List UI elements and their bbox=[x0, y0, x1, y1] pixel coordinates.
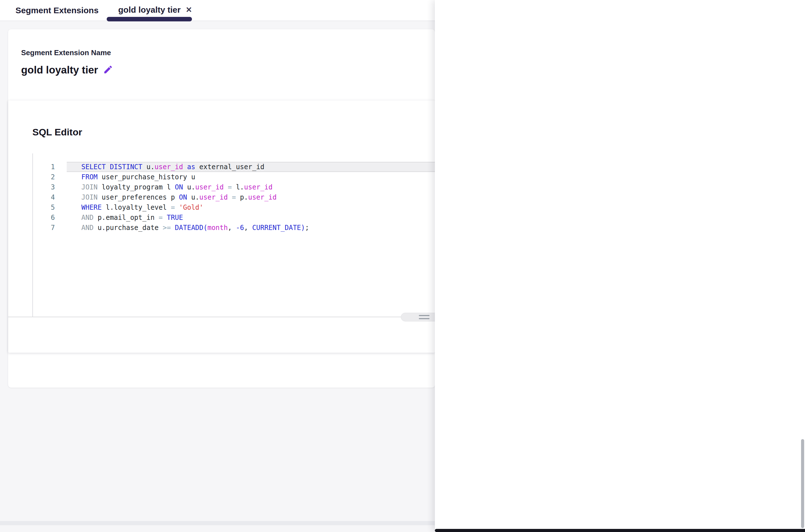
segment-extension-name-row: gold loyalty tier bbox=[21, 64, 113, 76]
sql-token: user_purchase_history u bbox=[98, 173, 195, 181]
editor-divider bbox=[8, 317, 435, 317]
sql-token: = bbox=[171, 204, 175, 211]
segment-extension-name-value: gold loyalty tier bbox=[21, 64, 98, 76]
sql-token: u.purchase_date bbox=[93, 224, 163, 232]
sql-token: loyalty_program l bbox=[98, 183, 175, 191]
sql-token bbox=[183, 163, 187, 171]
sql-token: user_preferences p bbox=[98, 193, 179, 201]
sql-token: DATEADD bbox=[171, 224, 204, 232]
code-line-text: AND u.purchase_date >= DATEADD(month, -6… bbox=[67, 223, 435, 233]
line-number: 6 bbox=[33, 214, 67, 222]
sql-token: user_id bbox=[155, 163, 183, 171]
sql-token: = bbox=[228, 193, 240, 201]
edit-pencil-icon[interactable] bbox=[103, 64, 113, 76]
sql-token: 'Gold' bbox=[175, 204, 203, 211]
sql-token: as bbox=[187, 163, 195, 171]
sql-token: ; bbox=[305, 224, 309, 232]
code-line-text: SELECT DISTINCT u.user_id as external_us… bbox=[67, 162, 435, 172]
sql-token: DISTINCT bbox=[110, 163, 142, 171]
sql-token: u. bbox=[187, 193, 199, 201]
sql-token: , bbox=[228, 224, 236, 232]
line-number: 2 bbox=[33, 173, 67, 181]
sql-code-editor[interactable]: 1SELECT DISTINCT u.user_id as external_u… bbox=[32, 153, 435, 317]
sql-token: FROM bbox=[81, 173, 98, 181]
sql-token: , bbox=[244, 224, 252, 232]
line-number: 1 bbox=[33, 163, 67, 171]
code-line[interactable]: 2FROM user_purchase_history u bbox=[33, 172, 435, 182]
code-line[interactable]: 6AND p.email_opt_in = TRUE bbox=[33, 212, 435, 223]
active-tab-underline bbox=[107, 17, 192, 21]
code-line-text: FROM user_purchase_history u bbox=[67, 172, 435, 182]
sql-token: user_id bbox=[199, 193, 228, 201]
sql-token: ) bbox=[301, 224, 305, 232]
code-line[interactable]: 5WHERE l.loyalty_level = 'Gold' bbox=[33, 203, 435, 212]
sql-token: SELECT bbox=[81, 163, 106, 171]
line-number: 5 bbox=[33, 204, 67, 211]
sql-token: WHERE bbox=[81, 204, 102, 211]
sql-token: JOIN bbox=[81, 183, 98, 191]
sql-token bbox=[106, 163, 110, 171]
panel-vertical-scrollbar[interactable] bbox=[801, 439, 804, 528]
code-line-text: JOIN user_preferences p ON u.user_id = p… bbox=[67, 192, 435, 203]
code-line-text: AND p.email_opt_in = TRUE bbox=[67, 212, 435, 223]
sql-token: AND bbox=[81, 224, 93, 232]
sql-token: month bbox=[208, 224, 228, 232]
sql-token: u. bbox=[142, 163, 155, 171]
line-number: 3 bbox=[33, 183, 67, 191]
sql-token: ON bbox=[175, 183, 183, 191]
sql-token: -6 bbox=[236, 224, 244, 232]
sql-token: user_id bbox=[248, 193, 276, 201]
sql-token: l.loyalty_level bbox=[102, 204, 171, 211]
grip-line bbox=[419, 315, 429, 316]
tab-close-icon[interactable]: ✕ bbox=[186, 5, 192, 14]
sql-token: external_user_id bbox=[195, 163, 265, 171]
sql-token: ( bbox=[204, 224, 208, 232]
code-line[interactable]: 1SELECT DISTINCT u.user_id as external_u… bbox=[33, 162, 435, 172]
sql-token: p.email_opt_in bbox=[93, 214, 158, 222]
sql-token: AND bbox=[81, 214, 93, 222]
code-line-text: JOIN loyalty_program l ON u.user_id = l.… bbox=[67, 182, 435, 192]
segment-extension-name-label: Segment Extension Name bbox=[21, 49, 111, 57]
code-line-text: WHERE l.loyalty_level = 'Gold' bbox=[67, 203, 435, 212]
grip-line bbox=[419, 318, 429, 319]
sql-token: = bbox=[159, 214, 163, 222]
sql-token: TRUE bbox=[163, 214, 183, 222]
line-number: 4 bbox=[33, 193, 67, 201]
tab-active-label: gold loyalty tier bbox=[118, 5, 181, 15]
code-line[interactable]: 3JOIN loyalty_program l ON u.user_id = l… bbox=[33, 182, 435, 192]
line-number: 7 bbox=[33, 224, 67, 232]
sql-token: p. bbox=[240, 193, 248, 201]
sql-token: ON bbox=[179, 193, 187, 201]
schema-panel: Schema Data table source: CDI ✕ i To use… bbox=[435, 0, 805, 532]
code-line[interactable]: 4JOIN user_preferences p ON u.user_id = … bbox=[33, 192, 435, 203]
sql-token: u. bbox=[183, 183, 195, 191]
sql-token: = bbox=[224, 183, 236, 191]
sql-token: JOIN bbox=[81, 193, 98, 201]
sql-token: user_id bbox=[244, 183, 272, 191]
tab-bar: Segment Extensions gold loyalty tier ✕ bbox=[0, 0, 435, 21]
horizontal-scrollbar-track[interactable] bbox=[0, 521, 435, 525]
sql-token: >= bbox=[163, 224, 171, 232]
panel-horizontal-scrollbar[interactable] bbox=[435, 529, 805, 532]
sql-token: l. bbox=[236, 183, 244, 191]
sql-token: user_id bbox=[195, 183, 224, 191]
tab-gold-loyalty-tier[interactable]: gold loyalty tier ✕ bbox=[118, 5, 192, 15]
code-line[interactable]: 7AND u.purchase_date >= DATEADD(month, -… bbox=[33, 223, 435, 233]
code-lines: 1SELECT DISTINCT u.user_id as external_u… bbox=[33, 162, 435, 233]
sql-token: CURRENT_DATE bbox=[252, 224, 301, 232]
tab-segment-extensions[interactable]: Segment Extensions bbox=[16, 6, 98, 15]
sql-editor-title: SQL Editor bbox=[32, 127, 82, 138]
